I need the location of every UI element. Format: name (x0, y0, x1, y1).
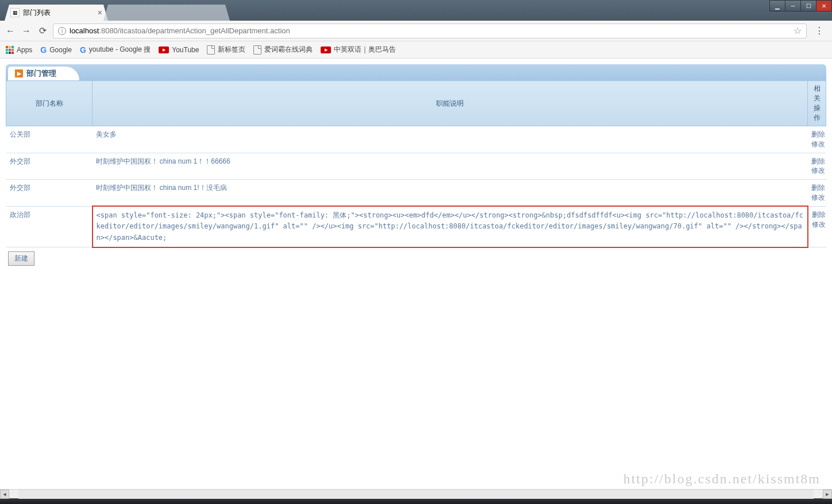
bookmark-cnen[interactable]: ▶ 中英双语｜奥巴马告 (321, 45, 396, 55)
apps-button[interactable]: Apps (6, 46, 32, 54)
col-header-name: 部门名称 (6, 81, 93, 126)
bookmark-dict[interactable]: 爱词霸在线词典 (253, 45, 313, 55)
table-row: 政治部<span style="font-size: 24px;"><span … (6, 206, 826, 247)
youtube-icon: ▶ (159, 46, 169, 53)
youtube-icon: ▶ (321, 46, 331, 53)
table-row: 外交部时刻维护中国国权！ china num 1!！没毛病删除修改 (6, 180, 826, 207)
edit-link[interactable]: 修改 (811, 139, 823, 149)
reload-button[interactable]: ⟳ (37, 25, 48, 37)
window-controls: ▁ ─ ☐ ✕ (770, 0, 832, 11)
browser-nav-bar: ← → ⟳ i localhost:8080/itcastoa/departme… (0, 21, 832, 41)
favicon-icon: ▦ (10, 8, 20, 17)
ops-cell: 删除修改 (808, 153, 826, 180)
apps-icon (6, 46, 14, 54)
delete-link[interactable]: 删除 (811, 157, 823, 166)
delete-link[interactable]: 删除 (812, 210, 823, 220)
url-text: localhost:8080/itcastoa/departmentAction… (70, 26, 790, 35)
panel-icon: ▶ (15, 69, 23, 77)
table-row: 公关部美女多删除修改 (6, 126, 826, 153)
bookmark-newtab[interactable]: 新标签页 (207, 45, 245, 55)
bookmark-youtube[interactable]: ▶ YouTube (159, 46, 199, 54)
delete-link[interactable]: 删除 (811, 183, 823, 193)
page-content: ▶ 部门管理 部门名称 职能说明 相关操作 公关部美女多删除修改外交部时刻维护中… (0, 59, 832, 489)
tab-close-icon[interactable]: × (98, 8, 102, 17)
dept-name-cell: 外交部 (6, 180, 93, 207)
browser-tab-inactive[interactable] (103, 5, 230, 21)
department-table: 部门名称 职能说明 相关操作 公关部美女多删除修改外交部时刻维护中国国权！ ch… (6, 80, 826, 248)
col-header-desc: 职能说明 (93, 81, 808, 126)
ops-cell: 删除修改 (808, 126, 826, 153)
ops-cell: 删除修改 (808, 206, 826, 247)
dept-desc-cell: 美女多 (93, 126, 808, 153)
watermark-text: http://blog.csdn.net/kissmt8m (623, 471, 821, 487)
maximize-icon[interactable]: ☐ (800, 0, 816, 11)
google-icon: G (80, 45, 86, 55)
table-row: 外交部时刻维护中国国权！ china num 1！！66666删除修改 (6, 153, 826, 180)
dept-desc-cell: 时刻维护中国国权！ china num 1!！没毛病 (93, 180, 808, 207)
page-icon (253, 45, 261, 55)
page-icon (207, 45, 215, 55)
address-bar[interactable]: i localhost:8080/itcastoa/departmentActi… (53, 24, 807, 38)
browser-tab-active[interactable]: ▦ 部门列表 × (5, 5, 108, 21)
minimize-icon[interactable]: ─ (785, 0, 801, 11)
forward-button[interactable]: → (21, 25, 32, 37)
delete-link[interactable]: 删除 (811, 130, 823, 139)
dept-name-cell: 公关部 (6, 126, 93, 153)
toolbar: 新建 (6, 251, 826, 266)
edit-link[interactable]: 修改 (811, 166, 823, 176)
edit-link[interactable]: 修改 (812, 220, 823, 230)
panel-header: ▶ 部门管理 (6, 64, 826, 80)
bookmark-google[interactable]: G Google (40, 45, 72, 55)
os-taskbar[interactable] (0, 498, 832, 504)
dept-desc-cell: 时刻维护中国国权！ china num 1！！66666 (93, 153, 808, 180)
close-window-button[interactable]: ✕ (816, 0, 832, 11)
scroll-left-icon[interactable]: ◄ (0, 490, 9, 499)
panel-title-tab: ▶ 部门管理 (8, 67, 79, 80)
col-header-ops: 相关操作 (808, 81, 826, 126)
dept-name-cell: 外交部 (6, 153, 93, 180)
edit-link[interactable]: 修改 (811, 193, 823, 203)
tab-title: 部门列表 (23, 8, 94, 18)
minimize-alt-icon[interactable]: ▁ (769, 0, 785, 11)
ops-cell: 删除修改 (808, 180, 826, 207)
dept-name-cell: 政治部 (6, 206, 93, 247)
google-icon: G (40, 45, 47, 55)
site-info-icon[interactable]: i (58, 27, 66, 35)
back-button[interactable]: ← (5, 25, 16, 37)
new-button[interactable]: 新建 (8, 251, 34, 266)
scroll-track[interactable] (18, 490, 814, 499)
browser-tab-strip: ▁ ─ ☐ ✕ ▦ 部门列表 × (0, 0, 832, 21)
scroll-right-icon[interactable]: ► (823, 490, 832, 499)
browser-menu-icon[interactable]: ⋮ (811, 25, 827, 36)
dept-desc-cell: <span style="font-size: 24px;"><span sty… (93, 206, 808, 247)
horizontal-scrollbar[interactable]: ◄ ► (0, 489, 832, 498)
bookmarks-bar: Apps G Google G youtube - Google 搜 ▶ You… (0, 41, 832, 59)
panel-title: 部门管理 (26, 68, 56, 79)
bookmark-youtube-google[interactable]: G youtube - Google 搜 (80, 45, 151, 55)
bookmark-star-icon[interactable]: ☆ (794, 25, 802, 36)
